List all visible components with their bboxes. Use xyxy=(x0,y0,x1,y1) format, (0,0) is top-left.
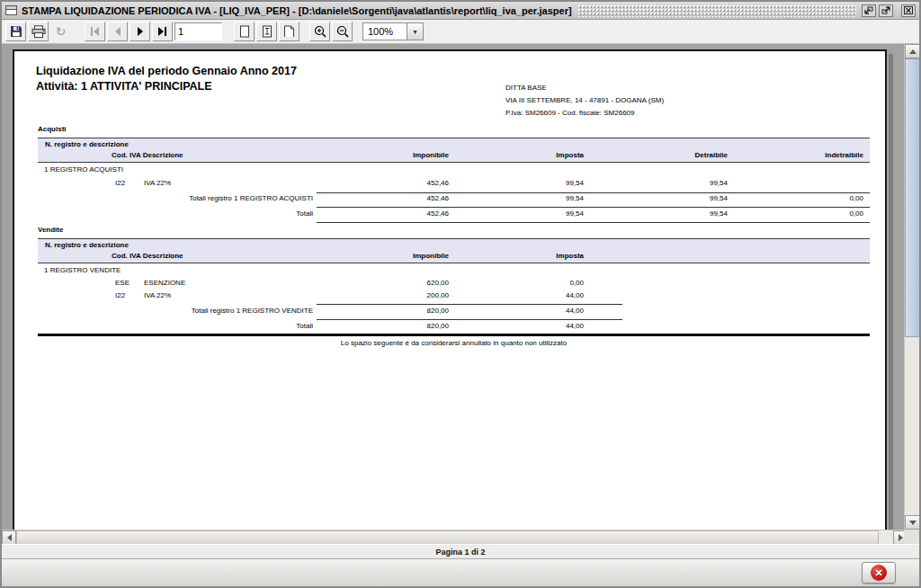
column-header: Imposta xyxy=(476,151,584,159)
report-toolbar: ↻ xyxy=(2,20,919,44)
cell-value: 452,46 xyxy=(341,209,449,218)
cell-value: 620,00 xyxy=(341,279,449,287)
vat-description: IVA 22% xyxy=(144,291,171,299)
register-name: 1 REGISTRO ACQUISTI xyxy=(44,165,123,174)
fit-width-icon xyxy=(283,25,295,38)
minimize-button[interactable] xyxy=(862,4,876,17)
register-name: 1 REGISTRO VENDITE xyxy=(44,266,121,274)
cell-value: 99,54 xyxy=(620,194,728,202)
cell-value: 200,00 xyxy=(341,291,449,299)
bottom-panel: ✕ xyxy=(2,559,919,586)
column-header: Imposta xyxy=(476,252,584,260)
internal-frame: STAMPA LIQUIDAZIONE PERIODICA IVA - [LIQ… xyxy=(0,0,921,588)
company-tax-info: P.Iva: SM26609 - Cod. fiscale: SM26609 xyxy=(505,107,635,120)
scroll-down-button[interactable] xyxy=(905,515,919,530)
vat-code: ESE xyxy=(115,279,130,287)
cell-value: 99,54 xyxy=(620,209,728,218)
fit-page-button[interactable] xyxy=(256,22,277,41)
cell-value: 820,00 xyxy=(341,307,449,315)
cell-value: 452,46 xyxy=(341,194,449,202)
cell-value: 99,54 xyxy=(476,194,584,202)
cell-value: 44,00 xyxy=(476,322,584,330)
section-end-rule xyxy=(38,334,870,336)
divider xyxy=(317,222,870,223)
total-label: Totali xyxy=(140,322,313,330)
divider xyxy=(317,192,870,193)
column-header: Indetraibile xyxy=(756,151,863,159)
previous-page-icon xyxy=(114,27,121,36)
previous-page-button[interactable] xyxy=(107,22,128,41)
report-subtitle: Attività: 1 ATTIVITA' PRINCIPALE xyxy=(36,80,212,93)
reload-button[interactable]: ↻ xyxy=(50,22,71,41)
maximize-icon xyxy=(881,6,890,14)
report-title: Liquidazione IVA del periodo Gennaio Ann… xyxy=(36,65,297,77)
column-header: Cod. IVA Descrizione xyxy=(112,151,183,159)
print-button[interactable] xyxy=(28,22,49,41)
column-header: Detraibile xyxy=(620,151,728,159)
save-button[interactable] xyxy=(5,22,26,41)
void-space-note: Lo spazio seguente è da considerarsi ann… xyxy=(38,339,870,347)
window-close-button[interactable] xyxy=(901,4,916,17)
zoom-in-icon xyxy=(314,25,326,38)
zoom-in-button[interactable] xyxy=(309,22,330,41)
report-page: Liquidazione IVA del periodo Gennaio Ann… xyxy=(13,49,887,544)
last-page-button[interactable] xyxy=(152,22,173,41)
total-register-label: Totali registro 1 REGISTRO VENDITE xyxy=(140,307,313,315)
scroll-left-icon xyxy=(7,534,12,541)
exit-button[interactable]: ✕ xyxy=(862,562,896,584)
window-close-icon xyxy=(904,6,913,14)
status-bar: Pagina 1 di 2 xyxy=(2,544,919,559)
vertical-scrollbar[interactable] xyxy=(904,44,919,530)
minimize-icon xyxy=(864,6,873,14)
titlebar-texture xyxy=(577,4,856,17)
first-page-button[interactable] xyxy=(85,22,105,41)
page-number-input[interactable] xyxy=(174,22,222,40)
window-title: STAMPA LIQUIDAZIONE PERIODICA IVA - [LIQ… xyxy=(22,5,572,16)
vat-description: ESENZIONE xyxy=(144,279,185,287)
cell-value: 0,00 xyxy=(756,209,863,218)
zoom-out-button[interactable] xyxy=(332,22,353,41)
scrollbar-corner xyxy=(904,530,919,544)
scroll-down-icon xyxy=(909,521,917,525)
last-page-icon xyxy=(157,27,167,36)
cell-value: 820,00 xyxy=(341,322,449,330)
next-page-button[interactable] xyxy=(130,22,150,41)
total-register-label: Totali registro 1 REGISTRO ACQUISTI xyxy=(140,194,313,202)
chevron-down-icon: ▼ xyxy=(412,29,418,35)
close-icon: ✕ xyxy=(871,565,887,581)
next-page-icon xyxy=(137,27,144,36)
window-icon xyxy=(5,5,17,15)
first-page-icon xyxy=(90,27,100,36)
column-header: Imponibile xyxy=(341,151,449,159)
vertical-scroll-thumb[interactable] xyxy=(905,58,919,337)
cell-value: 99,54 xyxy=(476,209,584,218)
cell-value: 0,00 xyxy=(756,194,863,202)
company-name: DITTA BASE xyxy=(505,82,547,95)
zoom-dropdown-button[interactable]: ▼ xyxy=(407,23,423,40)
section-label-vendite: Vendite xyxy=(38,226,63,234)
window-titlebar[interactable]: STAMPA LIQUIDAZIONE PERIODICA IVA - [LIQ… xyxy=(2,2,919,20)
divider xyxy=(317,207,870,208)
horizontal-scrollbar[interactable] xyxy=(2,530,908,544)
reload-icon: ↻ xyxy=(56,25,67,38)
actual-size-icon xyxy=(239,25,250,38)
save-icon xyxy=(10,25,22,38)
report-viewport: Liquidazione IVA del periodo Gennaio Ann… xyxy=(2,44,919,544)
maximize-button[interactable] xyxy=(879,4,893,17)
actual-size-button[interactable] xyxy=(234,22,255,41)
vat-description: IVA 22% xyxy=(144,179,171,187)
page-info: Pagina 1 di 2 xyxy=(435,548,485,557)
page-shadow xyxy=(889,54,893,544)
zoom-select[interactable]: 100% ▼ xyxy=(362,22,424,40)
fit-width-button[interactable] xyxy=(279,22,300,41)
vat-code: I22 xyxy=(115,291,125,299)
zoom-out-icon xyxy=(336,25,349,38)
cell-value: 99,54 xyxy=(620,179,728,187)
scroll-left-button[interactable] xyxy=(2,530,16,544)
total-label: Totali xyxy=(140,209,313,218)
scroll-up-button[interactable] xyxy=(905,44,919,58)
column-header: Imponibile xyxy=(341,252,449,260)
horizontal-scroll-thumb[interactable] xyxy=(16,530,879,544)
divider xyxy=(317,304,622,305)
cell-value: 99,54 xyxy=(476,179,584,187)
